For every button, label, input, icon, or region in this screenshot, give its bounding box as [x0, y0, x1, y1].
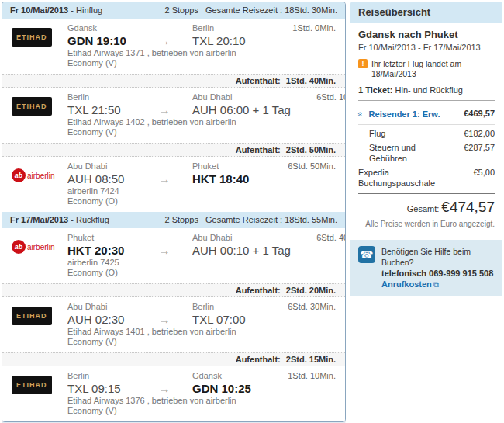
departure-city: Berlin — [67, 92, 149, 102]
arrival-time: AUH 06:00 + 1 Tag — [180, 102, 291, 117]
layover-row: Aufenthalt: 2Std. 20Min. — [2, 283, 345, 297]
return-stops: 2 Stopps — [165, 215, 198, 224]
cabin-class: Economy (V) — [67, 406, 336, 416]
arrival-time: HKT 18:40 — [180, 172, 262, 186]
arrival-time: TXL 20:10 — [180, 33, 262, 48]
flight-segment: ETIHAD Gdansk Berlin 1Std. 0Min. GDN 19:… — [2, 19, 345, 74]
price-label: Flug — [358, 128, 385, 139]
total-row: Gesamt:€474,57 — [358, 199, 495, 216]
cabin-class: Economy (O) — [67, 268, 346, 278]
price-label: Expedia Buchungspauschale — [358, 167, 440, 189]
cabin-class: Economy (V) — [67, 58, 336, 68]
cabin-class: Economy (V) — [67, 127, 346, 137]
airberlin-logo-text: airberlin — [27, 172, 55, 180]
price-row: Steuern und Gebühren €287,57 — [358, 142, 495, 164]
flight-segment: ETIHAD Berlin Gdansk 1Std. 10Min. TXL 09… — [2, 366, 345, 421]
price-row: Expedia Buchungspauschale €5,00 — [358, 167, 495, 189]
outbound-header: Fr 10/Mai/2013 - Hinflug 2 Stopps Gesamt… — [2, 2, 345, 19]
airberlin-monogram: ab — [12, 168, 26, 182]
traveler-toggle[interactable]: « Reisender 1: Erw. €469,57 — [358, 106, 495, 125]
total-value: €474,57 — [441, 199, 495, 215]
outbound-stops: 2 Stopps — [165, 5, 198, 15]
layover-duration: 2Std. 50Min. — [286, 145, 336, 154]
summary-title: Reiseübersicht — [350, 2, 502, 23]
flight-number: airberlin 7424 — [67, 186, 336, 196]
arrival-city: Phuket — [180, 161, 262, 172]
layover-row: Aufenthalt: 2Std. 50Min. — [2, 143, 345, 157]
arrow-right-icon: → — [149, 312, 180, 327]
arrow-right-icon: → — [149, 243, 180, 258]
price-value: €287,57 — [464, 142, 495, 164]
arrival-city: Berlin — [180, 23, 262, 33]
return-date: Fr 17/Mai/2013 — [10, 215, 68, 224]
segment-duration: 6Std. 40Min. — [291, 233, 346, 243]
return-date-label: Fr 17/Mai/2013 - Rückflug — [10, 215, 109, 225]
external-link-icon: ⧉ — [433, 280, 439, 289]
phone-text-group: Benötigen Sie Hilfe beim Buchen? telefon… — [381, 246, 495, 290]
layover-duration: 2Std. 20Min. — [286, 286, 336, 295]
traveler-label: Reisender 1: Erw. — [369, 109, 440, 119]
departure-time: GDN 19:10 — [67, 33, 149, 48]
arrow-right-icon: → — [149, 102, 180, 117]
flight-number: Etihad Airways 1376 , betrieben von airb… — [67, 396, 336, 406]
departure-city: Berlin — [67, 371, 149, 381]
call-costs-link[interactable]: Anrufkosten — [381, 279, 432, 289]
flight-number: Etihad Airways 1401 , betrieben von airb… — [67, 327, 336, 337]
departure-time: TXL 09:15 — [67, 381, 149, 396]
flight-number: Etihad Airways 1371 , betrieben von airb… — [67, 48, 336, 58]
layover-label: Aufenthalt: — [236, 145, 281, 154]
arrow-right-icon: → — [149, 381, 180, 396]
departure-city: Phuket — [67, 233, 149, 243]
price-row: Flug €182,00 — [358, 128, 495, 139]
price-label: Steuern und Gebühren — [358, 142, 436, 164]
return-total-time: Gesamte Reisezeit : 18Std. 55Min. — [205, 215, 337, 224]
etihad-logo-text: ETIHAD — [12, 28, 52, 47]
outbound-date-label: Fr 10/Mai/2013 - Hinflug — [10, 5, 102, 16]
summary-body: Gdansk nach Phuket Fr 10/Mai/2013 - Fr 1… — [350, 23, 502, 234]
ticket-row: 1 Ticket: Hin- und Rückflug — [358, 85, 495, 101]
arrival-city: Abu Dhabi — [180, 92, 291, 102]
flight-segment: ab airberlin Abu Dhabi Phuket 6Std. 50Mi… — [2, 157, 345, 212]
layover-label: Aufenthalt: — [236, 355, 281, 364]
layover-label: Aufenthalt: — [236, 286, 281, 295]
currency-note: Alle Preise werden in Euro angezeigt. — [358, 220, 495, 229]
airberlin-monogram: ab — [12, 240, 26, 254]
departure-time: AUH 02:30 — [67, 312, 149, 327]
arrival-time: TXL 07:00 — [180, 312, 262, 327]
departure-time: TXL 21:50 — [67, 102, 149, 117]
departure-time: AUH 08:50 — [67, 172, 149, 186]
warning-icon: ! — [358, 59, 368, 68]
flight-segment: ETIHAD Abu Dhabi Berlin 6Std. 30Min. AUH… — [2, 297, 345, 352]
flight-number: Etihad Airways 1402 , betrieben von airb… — [67, 117, 346, 127]
warning-text: Ihr letzter Flug landet am 18/Mai/2013 — [371, 59, 495, 79]
cabin-class: Economy (O) — [67, 196, 336, 206]
cabin-class: Economy (V) — [67, 337, 336, 347]
arrival-city: Berlin — [180, 302, 262, 312]
ticket-count: 1 Ticket: — [358, 85, 392, 95]
departure-city: Gdansk — [67, 23, 149, 33]
warning-row: ! Ihr letzter Flug landet am 18/Mai/2013 — [358, 59, 495, 79]
summary-divider — [358, 193, 495, 194]
segment-duration: 6Std. 30Min. — [262, 302, 336, 312]
return-summary: 2 Stopps Gesamte Reisezeit : 18Std. 55Mi… — [161, 215, 337, 225]
price-value: €182,00 — [464, 128, 495, 139]
departure-city: Abu Dhabi — [67, 161, 149, 172]
layover-row: Aufenthalt: 2Std. 15Min. — [2, 352, 345, 366]
outbound-direction: - Hinflug — [71, 5, 102, 15]
segment-duration: 1Std. 0Min. — [262, 23, 336, 33]
phone-help-box: ☎ Benötigen Sie Hilfe beim Buchen? telef… — [350, 240, 502, 296]
price-value: €5,00 — [473, 167, 495, 189]
return-header: Fr 17/Mai/2013 - Rückflug 2 Stopps Gesam… — [2, 212, 345, 228]
flight-booking-page: Fr 10/Mai/2013 - Hinflug 2 Stopps Gesamt… — [0, 0, 504, 423]
layover-label: Aufenthalt: — [236, 76, 281, 85]
etihad-logo: ETIHAD — [12, 23, 67, 48]
etihad-logo: ETIHAD — [12, 302, 67, 327]
flight-number: airberlin 7425 — [67, 258, 346, 268]
arrival-time: AUH 00:10 + 1 Tag — [180, 243, 291, 258]
phone-question: Benötigen Sie Hilfe beim Buchen? — [381, 247, 471, 267]
arrival-city: Gdansk — [180, 371, 262, 381]
collapse-icon: « — [356, 112, 365, 116]
outbound-summary: 2 Stopps Gesamte Reisezeit : 18Std. 30Mi… — [161, 5, 337, 16]
departure-city: Abu Dhabi — [67, 302, 149, 312]
layover-duration: 1Std. 40Min. — [286, 76, 336, 85]
